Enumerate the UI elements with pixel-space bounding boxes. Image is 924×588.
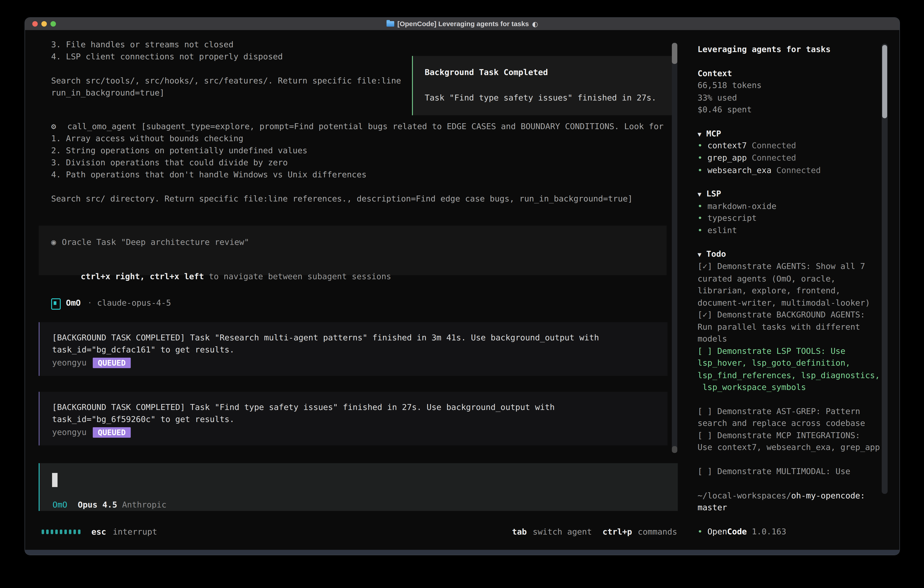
task-line1: [BACKGROUND TASK COMPLETED] Task "Find t… [52, 402, 555, 412]
prompt-input[interactable]: OmO Opus 4.5 Anthropic [39, 463, 678, 511]
context-heading: Context [698, 68, 732, 78]
toast-body: Task "Find type safety issues" finished … [425, 93, 657, 103]
mcp-name: grep_app [707, 153, 747, 162]
mcp-status: Connected [776, 165, 821, 175]
terminal-line: run_in_background=true] [51, 88, 165, 98]
todo-line: curated agents (OmO, oracle, [698, 274, 836, 284]
todo-line: [ ] Demonstrate MCP INTEGRATIONS: [698, 430, 860, 441]
bullet-icon: • [698, 527, 703, 536]
task-line2: task_id="bg_6f59260c" to get results. [52, 414, 234, 424]
task-line2: task_id="bg_dcfac161" to get results. [52, 345, 234, 355]
terminal-line: 3. File handles or streams not closed [51, 40, 234, 50]
lsp-name: typescript [707, 213, 757, 223]
lsp-section-header[interactable]: ▼ LSP [698, 189, 721, 200]
todo-line: Use context7, websearch_exa, grep_app [698, 442, 880, 452]
input-agent-label: OmO [53, 500, 67, 510]
bullet-icon: • [698, 213, 703, 223]
keybinding-text: ctrl+x right, ctrl+x left [81, 272, 204, 281]
input-model-label[interactable]: Opus 4.5 [78, 500, 117, 510]
chevron-down-icon: ▼ [698, 130, 701, 138]
lsp-item: • eslint [698, 225, 737, 235]
half-moon-icon: ◐ [532, 20, 538, 28]
tab-label: switch agent [533, 527, 592, 537]
bullet-icon: • [698, 202, 703, 211]
workspace-path-dim: ~/local-workspaces/ [698, 491, 791, 500]
text-cursor [52, 473, 58, 487]
esc-label: interrupt [113, 527, 157, 537]
version-line: • OpenCode 1.0.163 [698, 527, 786, 537]
version-name-a: Open [707, 527, 727, 536]
todo-line: search and replace across codebase [698, 418, 865, 428]
terminal-line: 1. Array access without bounds checking [51, 134, 243, 144]
todo-line: models [698, 334, 727, 344]
bullet-icon: • [698, 165, 703, 175]
opencode-window: [OpenCode] Leveraging agents for tasks ◐… [25, 17, 900, 555]
status-badge: QUEUED [93, 427, 131, 438]
window-bottom-edge [25, 550, 899, 555]
status-bar: esc interrupt tab switch agent ctrl+p co… [25, 526, 684, 537]
main-scrollbar-thumb-bottom[interactable] [672, 446, 677, 453]
mcp-item: • websearch_exa Connected [698, 165, 821, 175]
status-badge: QUEUED [93, 358, 131, 368]
todo-line-active: lsp_workspace_symbols [698, 382, 806, 392]
lsp-heading: LSP [706, 189, 721, 198]
workspace-path: ~/local-workspaces/oh-my-opencode: [698, 491, 865, 501]
version-name-b: Code [727, 527, 747, 536]
mcp-section-header[interactable]: ▼ MCP [698, 129, 721, 139]
record-icon: ◉ [51, 237, 56, 247]
todo-line: [ ] Demonstrate AST-GREP: Pattern [698, 406, 860, 416]
toast-title: Background Task Completed [425, 67, 548, 77]
todo-line-active: [ ] Demonstrate LSP TOOLS: Use [698, 346, 845, 356]
lsp-item: • markdown-oxide [698, 201, 776, 211]
bullet-icon: • [698, 153, 703, 162]
mcp-status: Connected [752, 141, 796, 150]
folder-icon [386, 21, 394, 26]
minimize-button[interactable] [41, 21, 47, 26]
version-number: 1.0.163 [752, 527, 786, 536]
workspace-branch: master [698, 502, 727, 512]
terminal-line: 4. LSP client connections not properly d… [51, 51, 283, 62]
mcp-name: context7 [707, 141, 747, 150]
terminal-line: Search src/ directory. Return specific f… [51, 194, 633, 204]
session-title: Leveraging agents for tasks [698, 45, 830, 55]
task-line1: [BACKGROUND TASK COMPLETED] Task "Resear… [52, 333, 599, 343]
mcp-status: Connected [752, 153, 796, 162]
mcp-heading: MCP [706, 129, 721, 138]
agent-model: claude-opus-4-5 [97, 298, 171, 308]
screen: [OpenCode] Leveraging agents for tasks ◐… [0, 0, 924, 588]
context-used: 33% used [698, 93, 737, 103]
terminal-line: Search src/tools/, src/hooks/, src/featu… [51, 76, 401, 86]
bullet-icon: • [698, 141, 703, 150]
esc-key[interactable]: esc [91, 527, 106, 537]
mcp-name: websearch_exa [707, 165, 771, 175]
task-user: yeongyu [52, 427, 87, 437]
workspace-path-em: oh-my-opencode: [791, 491, 865, 500]
mcp-item: • context7 Connected [698, 140, 796, 150]
todo-line: [✓] Demonstrate AGENTS: Show all 7 [698, 261, 865, 271]
todo-line: document-writer, multimodal-looker) [698, 298, 870, 308]
close-button[interactable] [32, 21, 38, 26]
sidebar-scrollbar-thumb[interactable] [882, 45, 887, 118]
ctrlp-key[interactable]: ctrl+p [602, 527, 632, 537]
bullet-icon: • [698, 226, 703, 235]
mcp-item: • grep_app Connected [698, 153, 796, 163]
todo-section-header[interactable]: ▼ Todo [698, 249, 726, 260]
spinner-dots [41, 526, 87, 537]
context-spent: $0.46 spent [698, 105, 752, 115]
todo-line-active: lsp_hover, lsp_goto_definition, [698, 358, 850, 368]
main-scrollbar-track[interactable] [672, 43, 677, 453]
main-scrollbar-thumb-top[interactable] [672, 43, 677, 64]
task-message: [BACKGROUND TASK COMPLETED] Task "Resear… [39, 322, 668, 376]
agent-name: OmO [66, 298, 81, 308]
todo-line: [✓] Demonstrate BACKGROUND AGENTS: [698, 310, 865, 320]
todo-heading: Todo [706, 249, 726, 259]
separator-dot: · [87, 298, 92, 308]
oracle-task-card: ◉ Oracle Task "Deep architecture review"… [39, 226, 667, 275]
context-tokens: 66,518 tokens [698, 80, 762, 90]
oracle-task-title: Oracle Task "Deep architecture review" [62, 237, 249, 247]
chevron-down-icon: ▼ [698, 190, 701, 198]
zoom-button[interactable] [51, 21, 56, 26]
window-title-text: [OpenCode] Leveraging agents for tasks [398, 20, 529, 28]
tab-key[interactable]: tab [512, 527, 527, 537]
lsp-item: • typescript [698, 213, 757, 223]
